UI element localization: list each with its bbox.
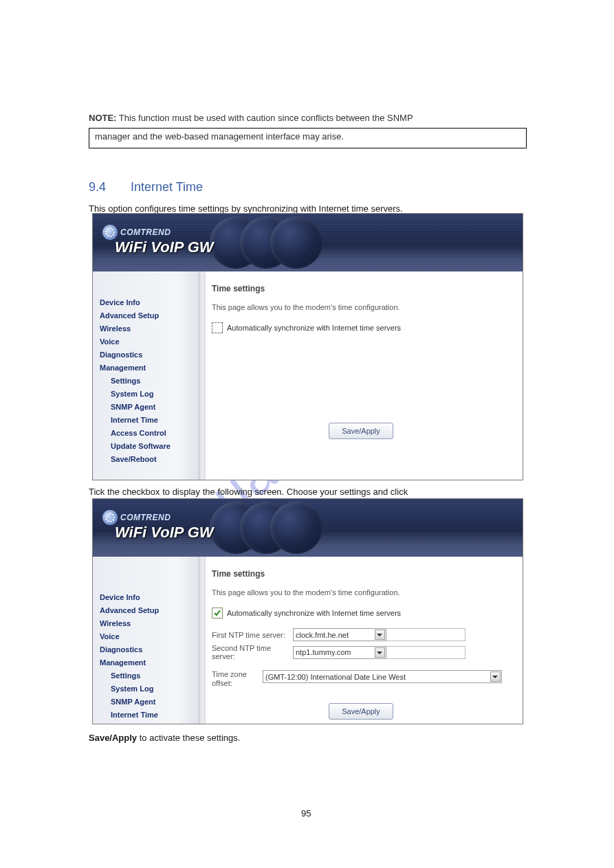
tick-instruction-2-rest: to activate these settings. <box>140 733 241 743</box>
timezone-select[interactable]: (GMT-12:00) International Date Line West <box>263 670 502 683</box>
banner: COMTREND WiFi VoIP GW <box>93 499 523 557</box>
ntp2-select[interactable]: ntp1.tummy.com <box>293 646 386 659</box>
nav-settings[interactable]: Settings <box>100 669 199 682</box>
nav-device-info[interactable]: Device Info <box>100 296 199 309</box>
nav-internet-time[interactable]: Internet Time <box>100 414 199 427</box>
section-number: 9.4 <box>89 180 106 194</box>
nav-diagnostics[interactable]: Diagnostics <box>100 643 199 656</box>
nav-save-reboot[interactable]: Save/Reboot <box>100 453 199 466</box>
logo-icon <box>102 225 118 240</box>
nav-advanced-setup[interactable]: Advanced Setup <box>100 309 199 322</box>
logo-icon <box>102 510 118 525</box>
nav-device-info[interactable]: Device Info <box>100 591 199 604</box>
brand-product: WiFi VoIP GW <box>115 524 214 542</box>
content-heading: Time settings <box>212 284 510 293</box>
brand-company: COMTREND <box>120 513 171 522</box>
sidebar: Device Info Advanced Setup Wireless Voic… <box>93 271 199 480</box>
ntp1-input[interactable] <box>386 628 465 641</box>
content-area: Time settings This page allows you to th… <box>199 271 523 480</box>
nav-system-log[interactable]: System Log <box>100 682 199 695</box>
brand-company: COMTREND <box>120 227 171 237</box>
nav-voice[interactable]: Voice <box>100 335 199 348</box>
autosync-label: Automatically synchronize with Internet … <box>227 609 401 617</box>
content-desc: This page allows you to the modem's time… <box>212 303 510 311</box>
content-desc: This page allows you to the modem's time… <box>212 588 510 597</box>
note-box: manager and the web-based management int… <box>89 128 527 148</box>
content-area: Time settings This page allows you to th… <box>199 557 523 724</box>
ntp1-label: First NTP time server: <box>212 631 293 639</box>
ntp2-input[interactable] <box>386 646 465 659</box>
note-label: NOTE: <box>89 113 116 123</box>
nav-management[interactable]: Management <box>100 361 199 375</box>
note-text-2: manager and the web-based management int… <box>89 129 526 144</box>
autosync-checkbox[interactable] <box>212 322 223 333</box>
ntp1-select[interactable]: clock.fmt.he.net <box>293 628 386 641</box>
save-apply-button[interactable]: Save/Apply <box>329 423 393 439</box>
brand-product: WiFi VoIP GW <box>115 238 214 256</box>
page-number: 95 <box>301 808 311 819</box>
tick-instruction-2-bold: Save/Apply <box>89 733 137 743</box>
nav-diagnostics[interactable]: Diagnostics <box>100 348 199 361</box>
autosync-label: Automatically synchronize with Internet … <box>227 324 401 332</box>
nav-wireless[interactable]: Wireless <box>100 617 199 630</box>
screenshot-panel-1: COMTREND WiFi VoIP GW Device Info Advanc… <box>92 213 523 480</box>
nav-update-software[interactable]: Update Software <box>100 440 199 453</box>
banner: COMTREND WiFi VoIP GW <box>93 214 523 271</box>
nav-voice[interactable]: Voice <box>100 630 199 643</box>
autosync-checkbox[interactable] <box>212 608 223 619</box>
section-intro: This option configures time settings by … <box>89 203 403 214</box>
nav-access-control[interactable]: Access Control <box>100 427 199 440</box>
save-apply-button[interactable]: Save/Apply <box>329 703 393 720</box>
nav-system-log[interactable]: System Log <box>100 388 199 401</box>
nav-advanced-setup[interactable]: Advanced Setup <box>100 604 199 617</box>
tick-instruction-1: Tick the checkbox to display the followi… <box>89 487 408 497</box>
note-text-1: This function must be used with caution … <box>119 113 413 123</box>
nav-snmp-agent[interactable]: SNMP Agent <box>100 401 199 414</box>
nav-internet-time[interactable]: Internet Time <box>100 709 199 722</box>
nav-wireless[interactable]: Wireless <box>100 322 199 335</box>
section-title: Internet Time <box>131 180 203 194</box>
timezone-label: Time zone offset: <box>212 670 263 688</box>
nav-snmp-agent[interactable]: SNMP Agent <box>100 695 199 709</box>
sidebar: Device Info Advanced Setup Wireless Voic… <box>93 557 199 724</box>
content-heading: Time settings <box>212 569 510 579</box>
nav-management[interactable]: Management <box>100 656 199 669</box>
screenshot-panel-2: COMTREND WiFi VoIP GW Device Info Advanc… <box>92 498 523 724</box>
nav-settings[interactable]: Settings <box>100 375 199 388</box>
nav-access-control[interactable]: Access Control <box>100 722 199 724</box>
ntp2-label: Second NTP time server: <box>212 644 293 660</box>
